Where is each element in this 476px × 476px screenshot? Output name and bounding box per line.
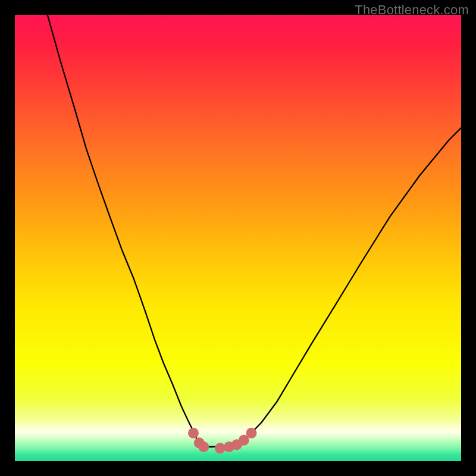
marker-point xyxy=(198,441,209,452)
marker-point xyxy=(246,428,257,439)
marker-point xyxy=(188,428,199,439)
plot-area xyxy=(15,15,461,461)
watermark-text: TheBottleneck.com xyxy=(355,2,469,18)
gradient-background xyxy=(15,15,461,461)
chart-svg xyxy=(15,15,461,461)
